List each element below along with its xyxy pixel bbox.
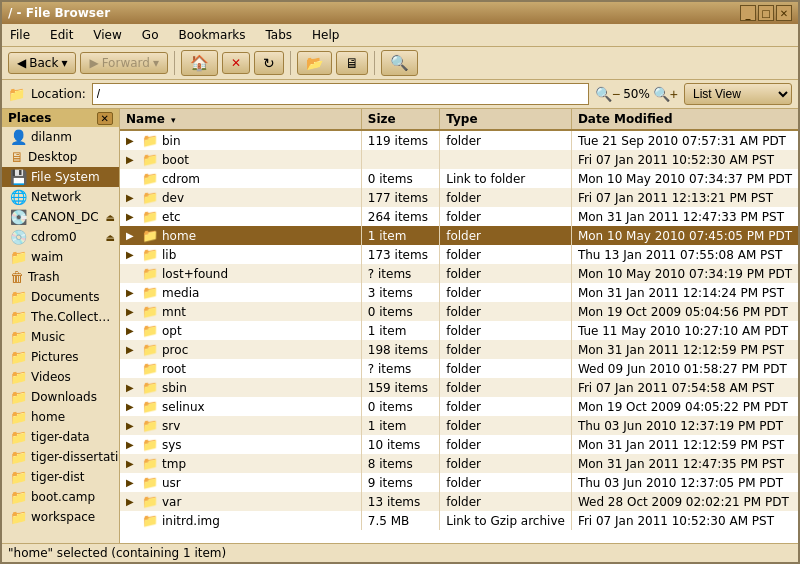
file-icon: 📁 (142, 380, 158, 395)
expand-arrow-icon[interactable]: ▶ (126, 287, 138, 298)
back-button[interactable]: ◀ Back ▾ (8, 52, 76, 74)
search-button[interactable]: 🔍 (381, 50, 418, 76)
sidebar-item-trash[interactable]: 🗑 Trash (2, 267, 119, 287)
menu-item-bookmarks[interactable]: Bookmarks (174, 26, 249, 44)
menu-item-file[interactable]: File (6, 26, 34, 44)
file-icon: 📁 (142, 190, 158, 205)
sidebar-item-filesystem[interactable]: 💾 File System (2, 167, 119, 187)
sidebar-item-pictures[interactable]: 📁 Pictures (2, 347, 119, 367)
sidebar-folder-icon: 📁 (10, 369, 27, 385)
sidebar-item-desktop[interactable]: 🖥 Desktop (2, 147, 119, 167)
sidebar-item-documents[interactable]: 📁 Documents (2, 287, 119, 307)
file-size: 0 items (361, 397, 439, 416)
sidebar-header[interactable]: Places ✕ (2, 109, 119, 127)
expand-arrow-icon[interactable]: ▶ (126, 325, 138, 336)
location-label: Location: (31, 87, 86, 101)
sidebar-close-button[interactable]: ✕ (97, 112, 113, 125)
file-list-scroll[interactable]: Name ▾ Size Type Date Modified (120, 109, 798, 543)
menu-item-go[interactable]: Go (138, 26, 163, 44)
eject-cdrom-button[interactable]: ⏏ (106, 232, 115, 243)
column-header-date[interactable]: Date Modified (571, 109, 798, 130)
expand-arrow-icon[interactable]: ▶ (126, 382, 138, 393)
table-row[interactable]: ▶📁tmp8 itemsfolderMon 31 Jan 2011 12:47:… (120, 454, 798, 473)
maximize-button[interactable]: □ (758, 5, 774, 21)
table-row[interactable]: ▶📁sbin159 itemsfolderFri 07 Jan 2011 07:… (120, 378, 798, 397)
table-row[interactable]: 📁cdrom0 itemsLink to folderMon 10 May 20… (120, 169, 798, 188)
sidebar-item-bootcamp[interactable]: 📁 boot.camp (2, 487, 119, 507)
expand-arrow-icon[interactable]: ▶ (126, 420, 138, 431)
sidebar-item-tiger-dissertation[interactable]: 📁 tiger-dissertation (2, 447, 119, 467)
table-row[interactable]: ▶📁var13 itemsfolderWed 28 Oct 2009 02:02… (120, 492, 798, 511)
menu-item-edit[interactable]: Edit (46, 26, 77, 44)
expand-arrow-icon[interactable]: ▶ (126, 439, 138, 450)
column-header-type[interactable]: Type (440, 109, 572, 130)
table-row[interactable]: ▶📁bootFri 07 Jan 2011 10:52:30 AM PST (120, 150, 798, 169)
table-row[interactable]: ▶📁selinux0 itemsfolderMon 19 Oct 2009 04… (120, 397, 798, 416)
table-row[interactable]: ▶📁proc198 itemsfolderMon 31 Jan 2011 12:… (120, 340, 798, 359)
sidebar-item-tiger-data[interactable]: 📁 tiger-data (2, 427, 119, 447)
table-row[interactable]: 📁root? itemsfolderWed 09 Jun 2010 01:58:… (120, 359, 798, 378)
table-row[interactable]: ▶📁usr9 itemsfolderThu 03 Jun 2010 12:37:… (120, 473, 798, 492)
sidebar-item-collected[interactable]: 📁 The.Collected.Wor... (2, 307, 119, 327)
column-header-name[interactable]: Name ▾ (120, 109, 361, 130)
stop-button[interactable]: ✕ (222, 52, 250, 74)
expand-arrow-icon[interactable]: ▶ (126, 135, 138, 146)
column-header-size[interactable]: Size (361, 109, 439, 130)
sidebar-item-home[interactable]: 📁 home (2, 407, 119, 427)
expand-arrow-icon[interactable]: ▶ (126, 344, 138, 355)
minimize-button[interactable]: _ (740, 5, 756, 21)
sidebar-item-waim[interactable]: 📁 waim (2, 247, 119, 267)
sidebar-item-downloads[interactable]: 📁 Downloads (2, 387, 119, 407)
file-size: 10 items (361, 435, 439, 454)
computer-button[interactable]: 🖥 (336, 51, 368, 75)
expand-arrow-icon[interactable]: ▶ (126, 496, 138, 507)
table-row[interactable]: ▶📁mnt0 itemsfolderMon 19 Oct 2009 05:04:… (120, 302, 798, 321)
sidebar-item-workspace[interactable]: 📁 workspace (2, 507, 119, 527)
home-button[interactable]: 🏠 (181, 50, 218, 76)
sidebar-item-canon-dc[interactable]: 💽 CANON_DC ⏏ (2, 207, 119, 227)
forward-button[interactable]: ▶ Forward ▾ (80, 52, 168, 74)
menu-item-view[interactable]: View (89, 26, 125, 44)
sidebar-item-dilanm[interactable]: 👤 dilanm (2, 127, 119, 147)
sidebar-item-tiger-dist[interactable]: 📁 tiger-dist (2, 467, 119, 487)
table-row[interactable]: ▶📁opt1 itemfolderTue 11 May 2010 10:27:1… (120, 321, 798, 340)
expand-arrow-icon[interactable]: ▶ (126, 230, 138, 241)
sidebar-item-videos[interactable]: 📁 Videos (2, 367, 119, 387)
table-row[interactable]: ▶📁home1 itemfolderMon 10 May 2010 07:45:… (120, 226, 798, 245)
expand-arrow-icon[interactable]: ▶ (126, 401, 138, 412)
expand-arrow-icon[interactable]: ▶ (126, 477, 138, 488)
back-dropdown-icon[interactable]: ▾ (61, 56, 67, 70)
expand-arrow-icon[interactable]: ▶ (126, 458, 138, 469)
zoom-in-button[interactable]: 🔍+ (653, 86, 678, 102)
file-type: folder (440, 340, 572, 359)
reload-button[interactable]: ↻ (254, 51, 284, 75)
expand-arrow-icon[interactable]: ▶ (126, 249, 138, 260)
zoom-out-button[interactable]: 🔍− (595, 86, 620, 102)
table-row[interactable]: ▶📁srv1 itemfolderThu 03 Jun 2010 12:37:1… (120, 416, 798, 435)
sidebar-item-network[interactable]: 🌐 Network (2, 187, 119, 207)
view-select[interactable]: List View Icon View Compact View (684, 83, 792, 105)
location-input[interactable] (92, 83, 589, 105)
expand-arrow-icon[interactable]: ▶ (126, 211, 138, 222)
table-row[interactable]: 📁lost+found? itemsfolderMon 10 May 2010 … (120, 264, 798, 283)
table-row[interactable]: ▶📁bin119 itemsfolderTue 21 Sep 2010 07:5… (120, 130, 798, 150)
eject-canon-button[interactable]: ⏏ (106, 212, 115, 223)
table-row[interactable]: ▶📁sys10 itemsfolderMon 31 Jan 2011 12:12… (120, 435, 798, 454)
expand-arrow-icon[interactable]: ▶ (126, 154, 138, 165)
sidebar-item-music[interactable]: 📁 Music (2, 327, 119, 347)
close-button[interactable]: ✕ (776, 5, 792, 21)
table-row[interactable]: ▶📁etc264 itemsfolderMon 31 Jan 2011 12:4… (120, 207, 798, 226)
table-row[interactable]: ▶📁media3 itemsfolderMon 31 Jan 2011 12:1… (120, 283, 798, 302)
table-row[interactable]: 📁initrd.img7.5 MBLink to Gzip archiveFri… (120, 511, 798, 530)
file-size: 173 items (361, 245, 439, 264)
table-row[interactable]: ▶📁dev177 itemsfolderFri 07 Jan 2011 12:1… (120, 188, 798, 207)
menu-item-help[interactable]: Help (308, 26, 343, 44)
expand-arrow-icon[interactable]: ▶ (126, 306, 138, 317)
table-row[interactable]: ▶📁lib173 itemsfolderThu 13 Jan 2011 07:5… (120, 245, 798, 264)
sidebar-item-cdrom0[interactable]: 💿 cdrom0 ⏏ (2, 227, 119, 247)
forward-dropdown-icon[interactable]: ▾ (153, 56, 159, 70)
menu-item-tabs[interactable]: Tabs (262, 26, 297, 44)
file-icon: 📁 (142, 475, 158, 490)
expand-arrow-icon[interactable]: ▶ (126, 192, 138, 203)
browse-button[interactable]: 📂 (297, 51, 332, 75)
